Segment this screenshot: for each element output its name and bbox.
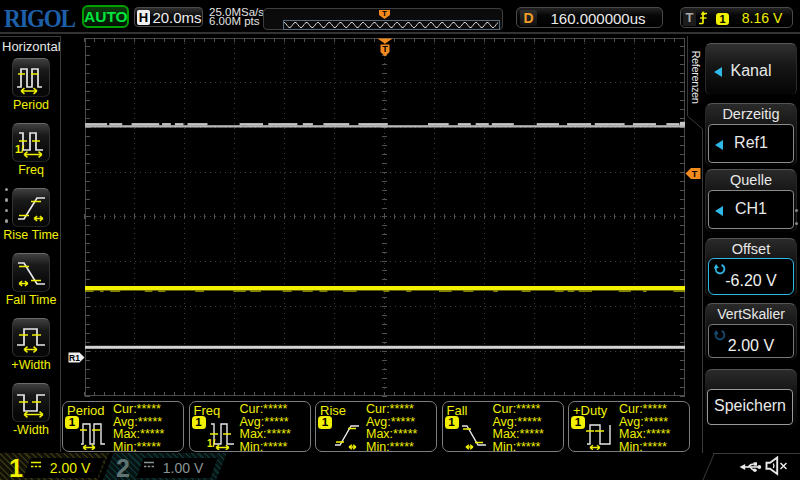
svg-text:1/: 1/ [15, 143, 24, 155]
svg-text:T: T [692, 169, 698, 179]
svg-text:R1: R1 [69, 353, 80, 363]
svg-text:T: T [382, 44, 388, 54]
svg-text:1/: 1/ [207, 438, 216, 449]
